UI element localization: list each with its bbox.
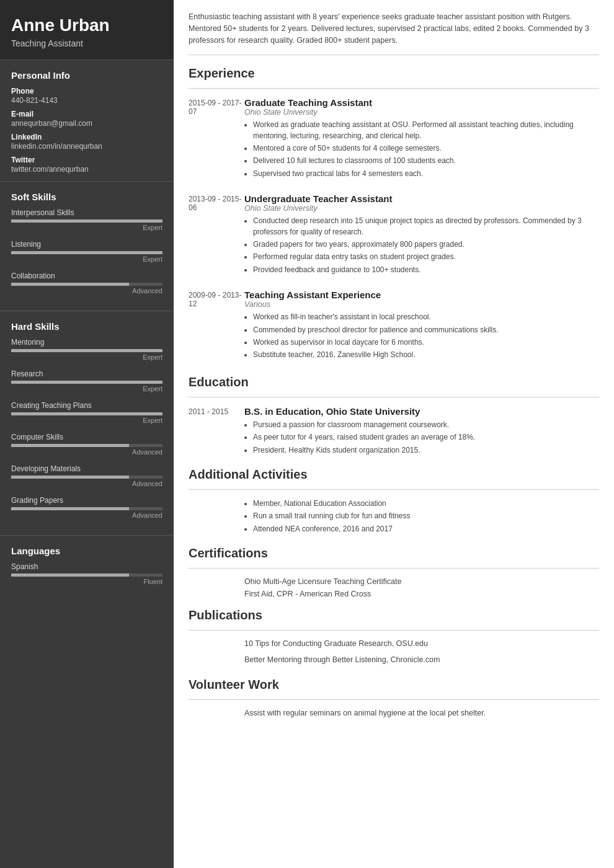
exp-company: Various: [244, 300, 599, 309]
bullet: Graded papers for two years, approximate…: [253, 239, 599, 250]
activities-list: Member, National Education AssociationRu…: [244, 498, 599, 536]
exp-date: 2013-09 - 2015-06: [189, 193, 244, 277]
experience-list: 2015-09 - 2017-07 Graduate Teaching Assi…: [189, 97, 599, 362]
bullet: Substitute teacher, 2016, Zanesville Hig…: [253, 350, 599, 360]
skill-level: Expert: [11, 385, 162, 392]
skill-name: Listening: [11, 240, 162, 249]
skill-bar-fill: [11, 412, 162, 415]
cert-item: First Aid, CPR - American Red Cross: [189, 590, 599, 598]
twitter-value: twitter.com/annequrban: [11, 165, 162, 174]
education-item: 2011 - 2015 B.S. in Education, Ohio Stat…: [189, 406, 599, 458]
exp-company: Ohio State University: [244, 204, 599, 213]
summary-text: Enthusiastic teaching assistant with 8 y…: [189, 11, 599, 55]
skill-item: Research Expert: [11, 370, 162, 392]
skill-bar-bg: [11, 444, 162, 447]
email-label: E-mail: [11, 110, 162, 118]
skill-bar-fill: [11, 251, 162, 254]
skill-name: Collaboration: [11, 272, 162, 280]
skill-bar-bg: [11, 283, 162, 286]
bullet: Pursued a passion for classroom manageme…: [253, 420, 599, 430]
skill-bar-bg: [11, 476, 162, 479]
skill-bar-bg: [11, 507, 162, 510]
skill-bar-bg: [11, 349, 162, 352]
skill-name: Computer Skills: [11, 433, 162, 441]
bullet: Mentored a core of 50+ students for 4 co…: [253, 143, 599, 154]
publications-section: Publications 10 Tips for Conducting Grad…: [189, 608, 599, 668]
soft-skills-list: Interpersonal Skills Expert Listening Ex…: [11, 208, 162, 294]
skill-item: Grading Papers Advanced: [11, 496, 162, 519]
exp-job-title: Undergraduate Teacher Assistant: [244, 193, 599, 204]
exp-bullets: Worked as graduate teaching assistant at…: [244, 120, 599, 179]
skill-level: Fluent: [11, 578, 162, 585]
cert-text: First Aid, CPR - American Red Cross: [244, 590, 371, 598]
bullet: Provided feedback and guidance to 100+ s…: [253, 265, 599, 275]
exp-job-title: Graduate Teaching Assistant: [244, 97, 599, 108]
skill-level: Expert: [11, 417, 162, 424]
skill-bar-fill: [11, 381, 162, 384]
sidebar: Anne Urban Teaching Assistant Personal I…: [0, 0, 174, 868]
hard-skills-list: Mentoring Expert Research Expert Creatin…: [11, 338, 162, 519]
education-divider: [189, 397, 599, 397]
bullet: Delivered 10 full lectures to classrooms…: [253, 156, 599, 166]
bullet: Conducted deep research into 15 unique p…: [253, 216, 599, 237]
skill-bar-fill: [11, 574, 129, 577]
bullet: Performed regular data entry tasks on st…: [253, 252, 599, 262]
personal-info-section: Personal Info Phone 440-821-4143 E-mail …: [0, 60, 174, 181]
experience-title: Experience: [189, 66, 599, 81]
education-list: 2011 - 2015 B.S. in Education, Ohio Stat…: [189, 406, 599, 458]
skill-item: Collaboration Advanced: [11, 272, 162, 294]
volunteer-section: Volunteer Work Assist with regular semin…: [189, 678, 599, 717]
skill-item: Mentoring Expert: [11, 338, 162, 361]
education-title: Education: [189, 375, 599, 389]
bullet: Commended by preschool director for pati…: [253, 325, 599, 335]
sidebar-header: Anne Urban Teaching Assistant: [0, 0, 174, 60]
skill-level: Expert: [11, 353, 162, 361]
experience-divider: [189, 88, 599, 89]
hard-skills-section: Hard Skills Mentoring Expert Research Ex…: [0, 311, 174, 535]
activity-item: Run a small trail running club for fun a…: [253, 511, 599, 521]
publications-list: 10 Tips for Conducting Graduate Research…: [189, 639, 599, 668]
volunteer-title: Volunteer Work: [189, 678, 599, 692]
activities-block: Member, National Education AssociationRu…: [189, 498, 599, 536]
bullet: President, Healthy Kids student organiza…: [253, 445, 599, 456]
volunteer-list: Assist with regular seminars on animal h…: [189, 709, 599, 717]
skill-name: Research: [11, 370, 162, 378]
hard-skills-title: Hard Skills: [11, 321, 162, 332]
edu-bullets: Pursued a passion for classroom manageme…: [244, 420, 599, 456]
twitter-label: Twitter: [11, 156, 162, 164]
volunteer-divider: [189, 699, 599, 700]
skill-item: Interpersonal Skills Expert: [11, 208, 162, 231]
exp-bullets: Worked as fill-in teacher's assistant in…: [244, 312, 599, 361]
phone-value: 440-821-4143: [11, 96, 162, 105]
edu-content: B.S. in Education, Ohio State University…: [244, 406, 599, 458]
main-content: Enthusiastic teaching assistant with 8 y…: [174, 0, 614, 868]
skill-level: Expert: [11, 255, 162, 263]
soft-skills-title: Soft Skills: [11, 192, 162, 202]
languages-list: Spanish Fluent: [11, 562, 162, 585]
volunteer-item: Assist with regular seminars on animal h…: [189, 709, 599, 717]
skill-bar-fill: [11, 283, 129, 286]
edu-date: 2011 - 2015: [189, 406, 244, 458]
languages-section: Languages Spanish Fluent: [0, 535, 174, 601]
exp-content: Undergraduate Teacher Assistant Ohio Sta…: [244, 193, 599, 277]
activities-title: Additional Activities: [189, 467, 599, 482]
education-section: Education 2011 - 2015 B.S. in Education,…: [189, 375, 599, 458]
pub-text: Better Mentoring through Better Listenin…: [244, 655, 440, 664]
exp-content: Teaching Assistant Experience Various Wo…: [244, 290, 599, 363]
exp-job-title: Teaching Assistant Experience: [244, 290, 599, 300]
skill-item: Creating Teaching Plans Expert: [11, 401, 162, 424]
certifications-title: Certifications: [189, 546, 599, 560]
bullet: Supervised two practical labs for 4 seme…: [253, 169, 599, 179]
publication-item: 10 Tips for Conducting Graduate Research…: [189, 639, 599, 652]
skill-name: Spanish: [11, 562, 162, 571]
soft-skills-section: Soft Skills Interpersonal Skills Expert …: [0, 181, 174, 311]
skill-bar-fill: [11, 476, 129, 479]
experience-section: Experience 2015-09 - 2017-07 Graduate Te…: [189, 66, 599, 362]
skill-item: Spanish Fluent: [11, 562, 162, 585]
skill-name: Developing Materials: [11, 464, 162, 473]
certifications-section: Certifications Ohio Multi-Age Licensure …: [189, 546, 599, 598]
skill-level: Advanced: [11, 480, 162, 487]
experience-item: 2015-09 - 2017-07 Graduate Teaching Assi…: [189, 97, 599, 181]
exp-company: Ohio State University: [244, 108, 599, 117]
activity-item: Member, National Education Association: [253, 498, 599, 509]
